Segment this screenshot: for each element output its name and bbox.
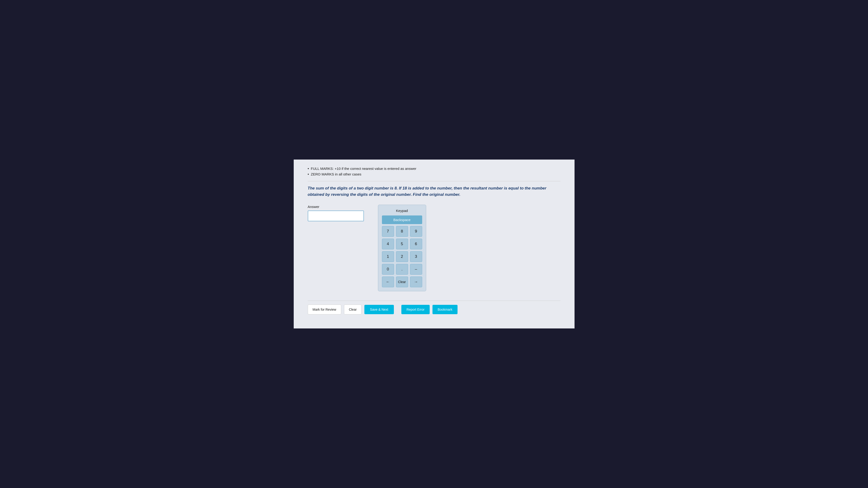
keypad-row-1: 7 8 9	[382, 226, 422, 237]
keypad-btn-dot[interactable]: .	[396, 264, 408, 274]
rule-bullet-1: •	[308, 167, 309, 171]
keypad-btn-7[interactable]: 7	[382, 226, 394, 237]
keypad-row-5: ← Clear →	[382, 276, 422, 287]
keypad-row-2: 4 5 6	[382, 239, 422, 249]
rule-bullet-2: •	[308, 172, 309, 176]
rule-item-1: • FULL MARKS: +10 if the correct nearest…	[308, 167, 560, 171]
answer-input[interactable]	[308, 210, 364, 221]
keypad-btn-4[interactable]: 4	[382, 239, 394, 249]
rule-text-1: FULL MARKS: +10 if the correct nearest v…	[311, 167, 416, 170]
rules-section: • FULL MARKS: +10 if the correct nearest…	[308, 167, 560, 176]
answer-keypad-row: Answer Keypad Backspace 7 8 9 4 5 6 1 2 …	[308, 205, 560, 291]
keypad-btn-8[interactable]: 8	[396, 226, 408, 237]
keypad-title: Keypad	[396, 209, 408, 213]
keypad-row-3: 1 2 3	[382, 251, 422, 262]
question-text: The sum of the digits of a two digit num…	[308, 185, 560, 198]
keypad-container: Keypad Backspace 7 8 9 4 5 6 1 2 3 0 . –	[378, 205, 426, 291]
answer-section: Answer	[308, 205, 364, 221]
keypad-btn-2[interactable]: 2	[396, 251, 408, 262]
clear-button[interactable]: Clear	[344, 304, 362, 315]
main-screen: • FULL MARKS: +10 if the correct nearest…	[294, 160, 575, 328]
keypad-btn-minus[interactable]: –	[410, 264, 422, 274]
rule-text-2: ZERO MARKS in all other cases	[311, 172, 361, 176]
keypad-clear-button[interactable]: Clear	[396, 276, 408, 287]
keypad-btn-9[interactable]: 9	[410, 226, 422, 237]
keypad-btn-0[interactable]: 0	[382, 264, 394, 274]
rule-item-2: • ZERO MARKS in all other cases	[308, 172, 560, 176]
keypad-btn-6[interactable]: 6	[410, 239, 422, 249]
answer-label: Answer	[308, 205, 364, 209]
keypad-backspace-button[interactable]: Backspace	[382, 216, 422, 224]
keypad-btn-5[interactable]: 5	[396, 239, 408, 249]
bottom-buttons: Mark for Review Clear Save & Next Report…	[308, 304, 560, 315]
keypad-btn-left-arrow[interactable]: ←	[382, 276, 394, 287]
keypad-btn-1[interactable]: 1	[382, 251, 394, 262]
save-next-button[interactable]: Save & Next	[364, 305, 394, 314]
keypad-row-4: 0 . –	[382, 264, 422, 274]
report-error-button[interactable]: Report Error	[401, 305, 430, 314]
mark-for-review-button[interactable]: Mark for Review	[308, 304, 341, 315]
keypad-btn-right-arrow[interactable]: →	[410, 276, 422, 287]
keypad-btn-3[interactable]: 3	[410, 251, 422, 262]
bookmark-button[interactable]: Bookmark	[432, 305, 458, 314]
